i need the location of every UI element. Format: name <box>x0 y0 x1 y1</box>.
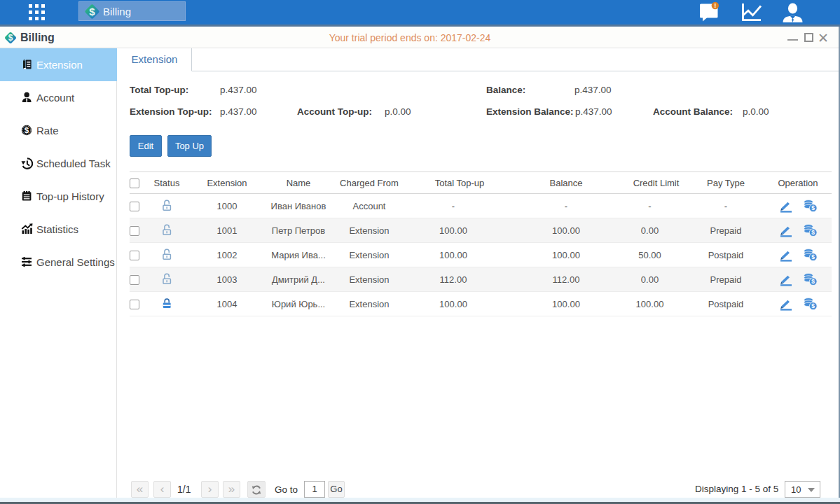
svg-text:$: $ <box>811 229 815 236</box>
svg-text:!: ! <box>714 1 716 9</box>
svg-text:$: $ <box>89 6 95 18</box>
svg-text:$: $ <box>811 204 815 211</box>
svg-text:$: $ <box>25 126 29 134</box>
svg-text:$: $ <box>811 253 815 260</box>
svg-text:$: $ <box>811 302 815 309</box>
svg-text:$: $ <box>811 278 815 285</box>
